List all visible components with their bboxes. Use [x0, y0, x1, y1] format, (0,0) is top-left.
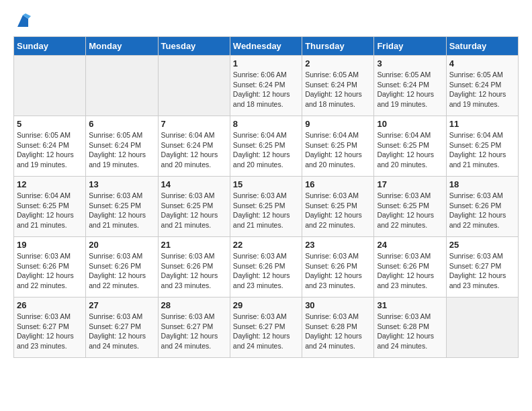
- day-info: Sunrise: 6:03 AMSunset: 6:26 PMDaylight:…: [89, 251, 154, 291]
- day-info: Sunrise: 6:05 AMSunset: 6:24 PMDaylight:…: [449, 70, 515, 109]
- day-info: Sunrise: 6:03 AMSunset: 6:28 PMDaylight:…: [377, 312, 443, 351]
- header-day-monday: Monday: [86, 37, 158, 56]
- calendar-cell: 27Sunrise: 6:03 AMSunset: 6:27 PMDayligh…: [86, 298, 158, 358]
- calendar-cell: 1Sunrise: 6:06 AMSunset: 6:24 PMDaylight…: [230, 56, 302, 116]
- calendar-cell: 31Sunrise: 6:03 AMSunset: 6:28 PMDayligh…: [374, 298, 446, 358]
- day-number: 16: [305, 179, 371, 189]
- calendar-cell: 30Sunrise: 6:03 AMSunset: 6:28 PMDayligh…: [302, 298, 374, 358]
- calendar-cell: 6Sunrise: 6:05 AMSunset: 6:24 PMDaylight…: [86, 116, 158, 177]
- calendar-table: SundayMondayTuesdayWednesdayThursdayFrid…: [13, 36, 519, 358]
- day-info: Sunrise: 6:04 AMSunset: 6:25 PMDaylight:…: [233, 130, 299, 170]
- calendar-cell: 19Sunrise: 6:03 AMSunset: 6:26 PMDayligh…: [14, 237, 86, 298]
- day-info: Sunrise: 6:03 AMSunset: 6:27 PMDaylight:…: [161, 312, 227, 351]
- day-info: Sunrise: 6:03 AMSunset: 6:26 PMDaylight:…: [449, 191, 515, 230]
- calendar-body: 1Sunrise: 6:06 AMSunset: 6:24 PMDaylight…: [14, 56, 519, 358]
- calendar-cell: 10Sunrise: 6:04 AMSunset: 6:25 PMDayligh…: [374, 116, 446, 177]
- day-info: Sunrise: 6:03 AMSunset: 6:27 PMDaylight:…: [233, 312, 299, 351]
- day-info: Sunrise: 6:05 AMSunset: 6:24 PMDaylight:…: [17, 130, 83, 170]
- day-info: Sunrise: 6:03 AMSunset: 6:25 PMDaylight:…: [233, 191, 299, 230]
- calendar-cell: 3Sunrise: 6:05 AMSunset: 6:24 PMDaylight…: [374, 56, 446, 116]
- calendar-cell: 25Sunrise: 6:03 AMSunset: 6:27 PMDayligh…: [446, 237, 518, 298]
- day-number: 29: [233, 300, 299, 310]
- day-info: Sunrise: 6:06 AMSunset: 6:24 PMDaylight:…: [233, 70, 299, 109]
- day-info: Sunrise: 6:03 AMSunset: 6:25 PMDaylight:…: [377, 191, 443, 230]
- calendar-cell: 24Sunrise: 6:03 AMSunset: 6:26 PMDayligh…: [374, 237, 446, 298]
- week-row-4: 26Sunrise: 6:03 AMSunset: 6:27 PMDayligh…: [14, 298, 519, 358]
- calendar-cell: 9Sunrise: 6:04 AMSunset: 6:25 PMDaylight…: [302, 116, 374, 177]
- header-day-saturday: Saturday: [446, 37, 518, 56]
- header-day-friday: Friday: [374, 37, 446, 56]
- calendar-cell: [446, 298, 518, 358]
- calendar-cell: 2Sunrise: 6:05 AMSunset: 6:24 PMDaylight…: [302, 56, 374, 116]
- header-day-thursday: Thursday: [302, 37, 374, 56]
- day-number: 14: [161, 179, 227, 189]
- calendar-cell: 15Sunrise: 6:03 AMSunset: 6:25 PMDayligh…: [230, 177, 302, 237]
- day-info: Sunrise: 6:03 AMSunset: 6:25 PMDaylight:…: [305, 191, 371, 230]
- header-day-sunday: Sunday: [14, 37, 86, 56]
- day-info: Sunrise: 6:05 AMSunset: 6:24 PMDaylight:…: [305, 70, 371, 109]
- day-number: 28: [161, 300, 227, 310]
- week-row-0: 1Sunrise: 6:06 AMSunset: 6:24 PMDaylight…: [14, 56, 519, 116]
- calendar-cell: 23Sunrise: 6:03 AMSunset: 6:26 PMDayligh…: [302, 237, 374, 298]
- day-number: 21: [161, 240, 227, 250]
- calendar-cell: 18Sunrise: 6:03 AMSunset: 6:26 PMDayligh…: [446, 177, 518, 237]
- day-info: Sunrise: 6:03 AMSunset: 6:27 PMDaylight:…: [449, 251, 515, 291]
- week-row-1: 5Sunrise: 6:05 AMSunset: 6:24 PMDaylight…: [14, 116, 519, 177]
- calendar-cell: 21Sunrise: 6:03 AMSunset: 6:26 PMDayligh…: [158, 237, 230, 298]
- day-number: 9: [305, 119, 371, 129]
- calendar-cell: [86, 56, 158, 116]
- calendar-header: SundayMondayTuesdayWednesdayThursdayFrid…: [14, 37, 519, 56]
- logo-icon: [15, 13, 31, 30]
- day-info: Sunrise: 6:05 AMSunset: 6:24 PMDaylight:…: [377, 70, 443, 109]
- day-number: 7: [161, 119, 227, 129]
- day-number: 23: [305, 240, 371, 250]
- day-number: 10: [377, 119, 443, 129]
- day-info: Sunrise: 6:05 AMSunset: 6:24 PMDaylight:…: [89, 130, 154, 170]
- day-number: 20: [89, 240, 154, 250]
- day-number: 3: [377, 58, 443, 68]
- day-number: 24: [377, 240, 443, 250]
- calendar-cell: 8Sunrise: 6:04 AMSunset: 6:25 PMDaylight…: [230, 116, 302, 177]
- calendar-cell: 28Sunrise: 6:03 AMSunset: 6:27 PMDayligh…: [158, 298, 230, 358]
- week-row-2: 12Sunrise: 6:04 AMSunset: 6:25 PMDayligh…: [14, 177, 519, 237]
- day-number: 12: [17, 179, 83, 189]
- day-number: 30: [305, 300, 371, 310]
- day-info: Sunrise: 6:03 AMSunset: 6:25 PMDaylight:…: [161, 191, 227, 230]
- day-info: Sunrise: 6:03 AMSunset: 6:28 PMDaylight:…: [305, 312, 371, 351]
- day-number: 13: [89, 179, 154, 189]
- day-number: 11: [449, 119, 515, 129]
- calendar-cell: 22Sunrise: 6:03 AMSunset: 6:26 PMDayligh…: [230, 237, 302, 298]
- day-info: Sunrise: 6:03 AMSunset: 6:26 PMDaylight:…: [233, 251, 299, 291]
- day-info: Sunrise: 6:03 AMSunset: 6:27 PMDaylight:…: [89, 312, 154, 351]
- calendar-cell: 5Sunrise: 6:05 AMSunset: 6:24 PMDaylight…: [14, 116, 86, 177]
- day-number: 18: [449, 179, 515, 189]
- calendar-cell: 14Sunrise: 6:03 AMSunset: 6:25 PMDayligh…: [158, 177, 230, 237]
- calendar-cell: 20Sunrise: 6:03 AMSunset: 6:26 PMDayligh…: [86, 237, 158, 298]
- calendar-cell: 12Sunrise: 6:04 AMSunset: 6:25 PMDayligh…: [14, 177, 86, 237]
- day-number: 6: [89, 119, 154, 129]
- header-row: SundayMondayTuesdayWednesdayThursdayFrid…: [14, 37, 519, 56]
- day-number: 4: [449, 58, 515, 68]
- calendar-cell: [158, 56, 230, 116]
- calendar-cell: 4Sunrise: 6:05 AMSunset: 6:24 PMDaylight…: [446, 56, 518, 116]
- day-info: Sunrise: 6:04 AMSunset: 6:25 PMDaylight:…: [305, 130, 371, 170]
- day-info: Sunrise: 6:04 AMSunset: 6:25 PMDaylight:…: [377, 130, 443, 170]
- day-info: Sunrise: 6:03 AMSunset: 6:26 PMDaylight:…: [161, 251, 227, 291]
- day-info: Sunrise: 6:04 AMSunset: 6:25 PMDaylight:…: [449, 130, 515, 170]
- calendar-cell: 16Sunrise: 6:03 AMSunset: 6:25 PMDayligh…: [302, 177, 374, 237]
- day-number: 5: [17, 119, 83, 129]
- day-number: 1: [233, 58, 299, 68]
- day-number: 15: [233, 179, 299, 189]
- calendar-cell: 11Sunrise: 6:04 AMSunset: 6:25 PMDayligh…: [446, 116, 518, 177]
- day-number: 17: [377, 179, 443, 189]
- day-info: Sunrise: 6:04 AMSunset: 6:25 PMDaylight:…: [17, 191, 83, 230]
- day-number: 27: [89, 300, 154, 310]
- week-row-3: 19Sunrise: 6:03 AMSunset: 6:26 PMDayligh…: [14, 237, 519, 298]
- day-number: 19: [17, 240, 83, 250]
- day-number: 2: [305, 58, 371, 68]
- day-number: 26: [17, 300, 83, 310]
- day-info: Sunrise: 6:03 AMSunset: 6:25 PMDaylight:…: [89, 191, 154, 230]
- day-info: Sunrise: 6:03 AMSunset: 6:26 PMDaylight:…: [17, 251, 83, 291]
- logo: [13, 13, 31, 30]
- calendar-cell: 29Sunrise: 6:03 AMSunset: 6:27 PMDayligh…: [230, 298, 302, 358]
